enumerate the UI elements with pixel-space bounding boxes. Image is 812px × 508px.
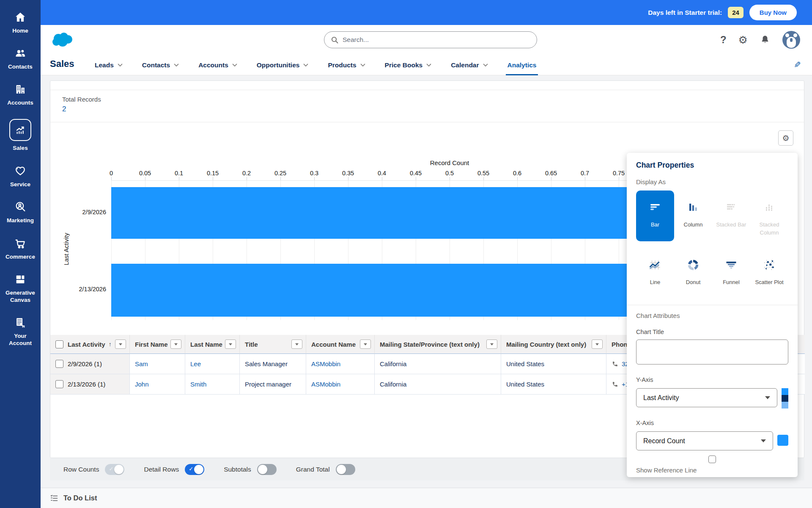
select-all-checkbox[interactable] [55,340,63,348]
tab-opportunities[interactable]: Opportunities [257,55,309,75]
row-checkbox[interactable] [55,360,63,368]
sidebar-item-your-account[interactable]: Your Account [4,316,37,347]
first-name-link[interactable]: John [135,381,149,388]
column-header-last-activity[interactable]: Last Activity ↑ [50,335,130,354]
column-header-mailing-state[interactable]: Mailing State/Province (text only) [375,335,501,354]
funnel-chart-icon [724,255,738,275]
row-checkbox[interactable] [55,380,63,388]
chart-type-bar[interactable]: Bar [636,190,674,241]
tab-analytics[interactable]: Analytics [508,55,537,75]
y-axis-select[interactable]: Last Activity [636,388,777,407]
mailing-state-cell: California [380,360,406,367]
last-name-link[interactable]: Lee [190,360,201,367]
utility-bar: To Do List [41,488,812,508]
y-category-label: 2/9/2026 [50,209,106,215]
chart-type-stacked-column: Stacked Column [750,190,788,241]
x-axis-color-swatch[interactable] [777,435,788,446]
tab-calendar[interactable]: Calendar [451,55,488,75]
color-swatch [782,388,788,395]
sidebar-item-label: Marketing [4,217,37,224]
todo-list-button[interactable]: To Do List [63,494,97,502]
column-header-last-name[interactable]: Last Name [185,335,240,354]
chart-attributes-label: Chart Attributes [636,312,788,319]
x-axis-label: X-Axis [636,420,788,426]
buy-now-button[interactable]: Buy Now [749,5,797,20]
chart-type-line[interactable]: Line [636,248,674,299]
sidebar-item-label: Your Account [4,333,37,347]
sidebar-item-contacts[interactable]: Contacts [4,47,37,71]
subtotals-toggle[interactable] [257,464,277,475]
y-axis-title: Last Activity [63,233,70,265]
tab-leads[interactable]: Leads [95,55,123,75]
chart-type-donut[interactable]: Donut [674,248,712,299]
commerce-cart-icon [13,237,27,250]
column-menu-button[interactable] [225,340,236,349]
tick-mark [247,177,247,180]
sidebar-item-home[interactable]: Home [4,11,37,35]
your-account-icon [14,316,27,329]
chart-title-input[interactable] [636,340,788,364]
chart-type-funnel[interactable]: Funnel [712,248,750,299]
column-menu-button[interactable] [291,340,302,349]
chevron-down-icon [232,64,237,66]
tab-contacts[interactable]: Contacts [142,55,179,75]
total-records-value[interactable]: 2 [62,105,66,113]
sidebar-item-sales[interactable]: Sales [4,119,37,152]
color-swatch [782,395,788,402]
column-menu-button[interactable] [115,340,126,349]
panel-divider [627,305,798,305]
tick-mark [145,177,145,180]
column-header-account-name[interactable]: Account Name [306,335,375,354]
chevron-down-icon [426,64,431,66]
column-header-title[interactable]: Title [240,335,306,354]
tick-mark [111,177,112,180]
x-tick: 0.65 [545,170,557,177]
y-axis-color-swatches[interactable] [782,388,788,409]
app-navbar: Sales Leads Contacts Accounts Opportunit… [41,55,812,75]
tick-mark [382,177,382,180]
column-menu-button[interactable] [486,340,497,349]
x-axis-select[interactable]: Record Count [636,431,773,450]
column-header-mailing-country[interactable]: Mailing Country (text only) [501,335,606,354]
tick-mark [280,177,281,180]
sidebar-item-marketing[interactable]: Marketing [4,200,37,224]
column-header-first-name[interactable]: First Name [130,335,185,354]
tab-products[interactable]: Products [328,55,365,75]
first-name-link[interactable]: Sam [135,360,148,367]
row-counts-toggle[interactable]: ✓ [105,464,124,475]
sidebar-item-commerce[interactable]: Commerce [4,237,37,261]
search-input[interactable] [343,36,530,44]
sales-icon [9,119,31,141]
contacts-icon [13,47,27,60]
help-icon[interactable]: ? [720,34,727,46]
tab-price-books[interactable]: Price Books [385,55,432,75]
sidebar-item-accounts[interactable]: Accounts [4,83,37,107]
detail-rows-toggle[interactable]: ✓ [185,464,204,475]
sidebar-item-service[interactable]: Service [4,164,37,188]
scatter-plot-icon [763,255,776,275]
chevron-down-icon [303,64,308,66]
x-tick: 0.1 [175,170,183,177]
chevron-down-icon [360,64,365,66]
tab-accounts[interactable]: Accounts [198,55,237,75]
account-name-link[interactable]: ASMobbin [311,360,340,367]
column-menu-button[interactable] [360,340,371,349]
show-reference-line-checkbox[interactable] [708,456,716,463]
account-name-link[interactable]: ASMobbin [311,381,340,388]
global-search[interactable] [324,31,537,48]
last-name-link[interactable]: Smith [190,381,206,388]
setup-gear-icon[interactable]: ⚙ [738,35,748,45]
user-avatar[interactable] [782,31,800,49]
mailing-country-cell: United States [506,381,544,388]
column-menu-button[interactable] [170,340,181,349]
chevron-down-icon [483,64,488,66]
edit-pencil-icon[interactable]: ✎ [794,60,801,70]
chart-type-scatter[interactable]: Scatter Plot [750,248,788,299]
sidebar-item-generative-canvas[interactable]: Generative Canvas [4,273,37,304]
chart-type-column[interactable]: Column [674,190,712,241]
column-menu-button[interactable] [592,340,603,349]
notifications-bell-icon[interactable] [760,34,771,45]
tick-mark [450,177,450,180]
chart-settings-gear-button[interactable]: ⚙ [778,130,793,146]
grand-total-toggle[interactable] [336,464,355,475]
